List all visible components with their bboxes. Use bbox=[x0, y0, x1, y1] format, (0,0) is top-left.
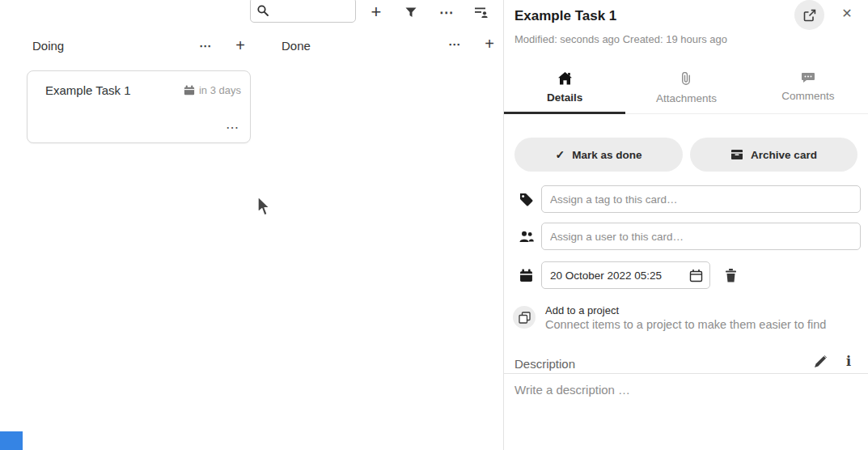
board-more-button[interactable]: ⋯ bbox=[435, 2, 458, 23]
mouse-cursor bbox=[256, 196, 273, 218]
search-icon bbox=[257, 5, 269, 16]
card-title: Example Task 1 bbox=[45, 83, 131, 97]
external-link-icon bbox=[803, 9, 816, 22]
card-due-badge: in 3 days bbox=[184, 84, 241, 96]
board-add-button[interactable]: + bbox=[364, 1, 388, 23]
archive-card-button[interactable]: Archive card bbox=[690, 138, 857, 172]
card-due-text: in 3 days bbox=[199, 84, 241, 96]
column-title-doing: Doing bbox=[32, 39, 64, 53]
column-title-done: Done bbox=[282, 39, 311, 53]
column-doing-more-button[interactable]: ⋯ bbox=[196, 36, 215, 54]
paperclip-icon bbox=[681, 72, 691, 86]
filter-funnel-icon bbox=[405, 7, 417, 18]
ellipsis-icon: ⋯ bbox=[448, 38, 461, 50]
mark-as-done-label: Mark as done bbox=[572, 149, 641, 161]
app-window: + ⋯ Doing ⋯ + Done ⋯ bbox=[0, 0, 868, 450]
plus-icon: + bbox=[371, 3, 382, 21]
tab-details-label: Details bbox=[547, 91, 582, 104]
mark-as-done-button[interactable]: ✓ Mark as done bbox=[514, 138, 683, 172]
edit-description-button[interactable] bbox=[811, 354, 830, 371]
due-date-value: 20 October 2022 05:25 bbox=[550, 270, 689, 282]
calendar-icon bbox=[184, 85, 195, 96]
pencil-icon bbox=[814, 354, 828, 368]
filter-button[interactable] bbox=[400, 1, 422, 23]
tab-attachments[interactable]: Attachments bbox=[625, 68, 747, 113]
column-done-more-button[interactable]: ⋯ bbox=[445, 35, 464, 53]
add-to-project-button[interactable] bbox=[513, 306, 536, 329]
ellipsis-icon: ⋯ bbox=[439, 6, 454, 19]
description-placeholder[interactable]: Write a description … bbox=[514, 383, 630, 397]
description-label: Description bbox=[514, 357, 575, 371]
users-icon bbox=[519, 230, 534, 243]
description-info-button[interactable]: i bbox=[840, 352, 857, 370]
plus-icon: + bbox=[235, 37, 245, 53]
ellipsis-icon: ⋯ bbox=[226, 121, 239, 134]
assign-tag-input[interactable] bbox=[541, 185, 861, 213]
tab-comments-label: Comments bbox=[781, 90, 834, 102]
tab-attachments-label: Attachments bbox=[656, 92, 717, 104]
add-to-project-title: Add to a project bbox=[545, 304, 619, 316]
home-icon bbox=[558, 72, 572, 85]
projects-icon bbox=[519, 312, 531, 324]
kanban-board: + ⋯ Doing ⋯ + Done ⋯ bbox=[0, 0, 503, 450]
remove-date-button[interactable] bbox=[718, 261, 743, 289]
ellipsis-icon: ⋯ bbox=[199, 40, 212, 52]
tab-comments[interactable]: Comments bbox=[747, 68, 868, 113]
column-done-add-button[interactable]: + bbox=[480, 33, 499, 54]
archive-card-label: Archive card bbox=[751, 149, 817, 161]
panel-meta-text: Modified: seconds ago Created: 19 hours … bbox=[514, 33, 727, 45]
list-user-icon bbox=[475, 6, 488, 19]
close-icon: ✕ bbox=[841, 6, 852, 20]
search-box[interactable] bbox=[250, 0, 356, 23]
check-icon: ✓ bbox=[555, 148, 565, 161]
tab-details[interactable]: Details bbox=[504, 68, 625, 113]
info-icon: i bbox=[846, 354, 851, 369]
add-to-project-subtitle: Connect items to a project to make them … bbox=[545, 318, 826, 331]
comment-bubble-icon bbox=[802, 72, 815, 83]
search-input[interactable] bbox=[273, 4, 355, 16]
due-date-field[interactable]: 20 October 2022 05:25 bbox=[541, 261, 710, 289]
calendar-icon bbox=[519, 269, 533, 282]
archive-box-icon bbox=[730, 149, 743, 160]
plus-icon: + bbox=[485, 36, 494, 52]
trash-icon bbox=[725, 269, 737, 282]
panel-tabs: Details Attachments Comments bbox=[504, 68, 868, 114]
card-more-button[interactable]: ⋯ bbox=[226, 121, 239, 134]
assign-user-input[interactable] bbox=[541, 223, 861, 250]
panel-title: Example Task 1 bbox=[514, 8, 616, 24]
close-panel-button[interactable]: ✕ bbox=[837, 4, 857, 23]
tag-icon bbox=[519, 193, 533, 206]
column-doing-add-button[interactable]: + bbox=[231, 35, 250, 56]
open-in-window-button[interactable] bbox=[794, 0, 824, 30]
bottom-left-accent bbox=[0, 431, 23, 450]
active-tab-indicator bbox=[504, 112, 625, 114]
calendar-picker-icon[interactable] bbox=[689, 269, 703, 282]
assigned-view-button[interactable] bbox=[469, 1, 493, 23]
task-card[interactable]: Example Task 1 in 3 days ⋯ bbox=[27, 70, 251, 143]
card-details-panel: Example Task 1 Modified: seconds ago Cre… bbox=[503, 0, 868, 450]
description-divider bbox=[504, 373, 868, 374]
